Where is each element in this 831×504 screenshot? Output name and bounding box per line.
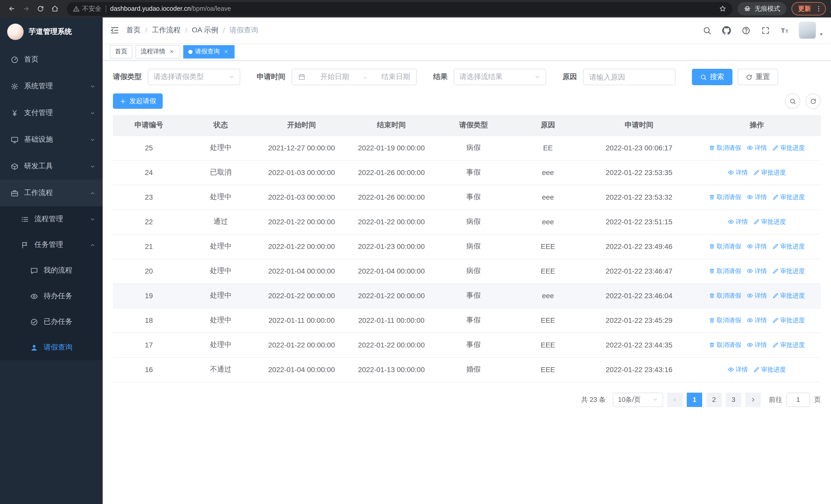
- tab-leave-query[interactable]: 请假查询: [183, 45, 235, 58]
- cancel-leave-link[interactable]: 取消请假: [709, 291, 741, 300]
- browser-back-button[interactable]: [5, 2, 19, 16]
- approval-progress-link[interactable]: 审批进度: [773, 340, 805, 349]
- sidebar-item-done-tasks[interactable]: 已办任务: [0, 309, 103, 335]
- refresh-icon: [810, 98, 816, 105]
- reset-button[interactable]: 重置: [738, 69, 778, 85]
- eye-icon: [728, 219, 734, 225]
- browser-menu-icon[interactable]: [815, 5, 822, 12]
- help-icon[interactable]: [736, 18, 755, 43]
- sidebar-item-task-management[interactable]: 任务管理: [0, 232, 103, 258]
- tab-home[interactable]: 首页: [110, 45, 133, 58]
- tab-close-button[interactable]: [222, 48, 229, 55]
- page-button-1[interactable]: 1: [687, 392, 702, 407]
- cell-end-time: 2022-01-22 00:00:00: [346, 283, 436, 308]
- sidebar-item-dev-tools[interactable]: 研发工具: [0, 153, 103, 180]
- bookmark-star-icon[interactable]: [719, 5, 726, 12]
- chevron-down-icon: [90, 137, 95, 142]
- right-toolbar: [785, 93, 821, 109]
- tab-process-detail[interactable]: 流程详情: [136, 45, 180, 58]
- approval-progress-link[interactable]: 审批进度: [773, 267, 805, 275]
- result-select[interactable]: 请选择流结果: [454, 69, 546, 85]
- page-button-2[interactable]: 2: [706, 392, 722, 407]
- github-icon[interactable]: [717, 18, 736, 43]
- detail-link[interactable]: 详情: [728, 365, 748, 374]
- page-size-select[interactable]: 10条/页: [613, 392, 663, 407]
- cell-apply-time: 2022-01-23 00:06:17: [585, 136, 693, 160]
- fullscreen-icon[interactable]: [755, 18, 775, 43]
- reset-button-label: 重置: [755, 72, 770, 82]
- breadcrumb-home[interactable]: 首页: [126, 26, 141, 35]
- cancel-leave-link[interactable]: 取消请假: [709, 267, 741, 275]
- breadcrumb-separator: /: [145, 26, 147, 34]
- apply-time-range-picker[interactable]: 开始日期 - 结束日期: [291, 69, 417, 85]
- approval-progress-link[interactable]: 审批进度: [773, 144, 805, 152]
- cell-end-time: 2022-01-26 00:00:00: [346, 185, 436, 209]
- sidebar-item-infrastructure[interactable]: 基础设施: [0, 126, 103, 153]
- approval-progress-link[interactable]: 审批进度: [753, 365, 786, 374]
- detail-link[interactable]: 详情: [747, 267, 767, 275]
- cancel-leave-link[interactable]: 取消请假: [709, 316, 741, 325]
- prev-page-button[interactable]: [667, 392, 683, 407]
- search-button[interactable]: 搜索: [692, 69, 733, 85]
- header-search-icon[interactable]: [697, 18, 717, 43]
- detail-link[interactable]: 详情: [728, 168, 748, 177]
- sidebar-item-home[interactable]: 首页: [0, 46, 103, 73]
- security-warning-label: 不安全: [82, 4, 102, 13]
- table-header-row: 申请编号 状态 开始时间 结束时间 请假类型 原因 申请时间 操作: [113, 115, 821, 136]
- leave-type-select[interactable]: 请选择请假类型: [148, 69, 240, 85]
- sidebar-item-workflow[interactable]: 工作流程: [0, 180, 103, 206]
- browser-refresh-button[interactable]: [34, 2, 47, 16]
- cancel-leave-link[interactable]: 取消请假: [709, 193, 741, 202]
- sidebar-item-process-management[interactable]: 流程管理: [0, 206, 103, 232]
- sidebar-item-my-process[interactable]: 我的流程: [0, 258, 103, 283]
- detail-link[interactable]: 详情: [747, 316, 767, 325]
- sidebar-item-system-management[interactable]: 系统管理: [0, 73, 103, 99]
- cell-apply-no: 18: [113, 308, 185, 333]
- browser-home-button[interactable]: [48, 2, 62, 16]
- toggle-search-button[interactable]: [785, 93, 800, 109]
- browser-update-button[interactable]: 更新: [792, 2, 826, 16]
- detail-link[interactable]: 详情: [747, 193, 767, 202]
- sidebar-collapse-icon[interactable]: [103, 18, 126, 43]
- approval-progress-link[interactable]: 审批进度: [773, 242, 805, 251]
- goto-page-input[interactable]: [786, 392, 810, 407]
- tab-close-button[interactable]: [168, 48, 175, 55]
- font-size-icon[interactable]: TT: [775, 18, 795, 43]
- filter-bar: 请假类型 请选择请假类型 申请时间 开始日期 - 结束日期: [113, 69, 821, 85]
- detail-link[interactable]: 详情: [747, 291, 767, 300]
- sidebar-item-leave-query[interactable]: 请假查询: [0, 335, 103, 360]
- detail-link[interactable]: 详情: [747, 340, 767, 349]
- approval-progress-link[interactable]: 审批进度: [753, 217, 786, 226]
- address-bar[interactable]: 不安全 dashboard.yudao.iocoder.cn /bpm/oa/l…: [67, 2, 733, 16]
- refresh-table-button[interactable]: [805, 93, 821, 109]
- reason-input[interactable]: [583, 69, 676, 85]
- next-page-button[interactable]: [745, 392, 761, 407]
- create-leave-button[interactable]: 发起请假: [113, 93, 163, 109]
- chevron-up-icon: [90, 242, 95, 248]
- detail-link[interactable]: 详情: [747, 242, 767, 251]
- sidebar-item-todo-tasks[interactable]: 待办任务: [0, 283, 103, 309]
- cancel-leave-link[interactable]: 取消请假: [709, 242, 741, 251]
- cell-apply-time: 2022-01-22 23:49:46: [585, 234, 693, 259]
- breadcrumb-workflow[interactable]: 工作流程: [152, 26, 181, 35]
- browser-forward-button[interactable]: [20, 2, 33, 16]
- approval-progress-link[interactable]: 审批进度: [773, 193, 805, 202]
- eye-icon: [747, 194, 753, 200]
- eye-icon: [747, 293, 753, 299]
- approval-progress-link[interactable]: 审批进度: [753, 168, 786, 177]
- cell-apply-no: 21: [113, 234, 185, 259]
- caret-down-icon: [819, 32, 824, 37]
- detail-link[interactable]: 详情: [747, 144, 767, 152]
- sidebar-item-payment-management[interactable]: 支付管理: [0, 99, 103, 126]
- page-button-3[interactable]: 3: [726, 392, 741, 407]
- user-avatar-menu[interactable]: [799, 22, 824, 39]
- approval-progress-link[interactable]: 审批进度: [773, 291, 805, 300]
- approval-progress-link[interactable]: 审批进度: [773, 316, 805, 325]
- detail-link[interactable]: 详情: [728, 217, 748, 226]
- cancel-leave-link[interactable]: 取消请假: [709, 144, 741, 152]
- security-warning[interactable]: 不安全: [73, 4, 102, 13]
- pagination: 共 23 条 10条/页 1 2 3 前往 页: [113, 392, 821, 407]
- breadcrumb-oa-example[interactable]: OA 示例: [192, 26, 219, 35]
- incognito-icon: [744, 5, 751, 12]
- cancel-leave-link[interactable]: 取消请假: [709, 340, 741, 349]
